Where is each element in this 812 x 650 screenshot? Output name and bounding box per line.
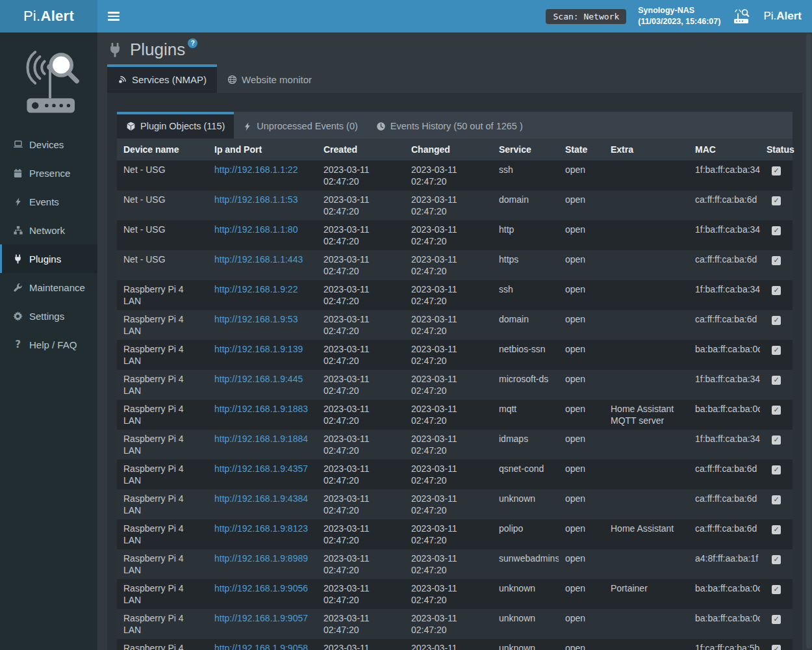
- tab-website-monitor[interactable]: Website monitor: [217, 64, 322, 93]
- status-checkbox[interactable]: ✓: [772, 615, 781, 624]
- ip-port-link[interactable]: http://192.168.1.9:8989: [214, 553, 308, 564]
- sidebar-item-events[interactable]: Events: [0, 187, 97, 216]
- host-info: Synology-NAS (11/03/2023, 15:46:07): [638, 5, 720, 28]
- cell-ip-port: http://192.168.1.9:139: [208, 340, 317, 370]
- table-row: Raspberry Pi 4 LANhttp://192.168.1.9:222…: [117, 280, 793, 310]
- laptop-icon: [12, 139, 23, 150]
- sidebar-item-help-faq[interactable]: ?Help / FAQ: [0, 330, 97, 359]
- ip-port-link[interactable]: http://192.168.1.9:53: [214, 314, 298, 324]
- cell-ip-port: http://192.168.1.1:53: [208, 190, 317, 220]
- status-checkbox[interactable]: ✓: [772, 196, 781, 205]
- ip-port-link[interactable]: http://192.168.1.1:443: [214, 254, 303, 265]
- ip-port-link[interactable]: http://192.168.1.9:8123: [214, 523, 308, 534]
- cell-service: https: [492, 250, 559, 280]
- sidebar-toggle-button[interactable]: [108, 9, 120, 23]
- cell-mac: ca:ff:ff:ca:ba:6d: [689, 190, 760, 220]
- cell-changed: 2023-03-11 02:47:20: [405, 609, 492, 639]
- status-checkbox[interactable]: ✓: [772, 465, 781, 474]
- sidebar-menu: DevicesPresenceEventsNetworkPluginsMaint…: [0, 130, 97, 359]
- cell-status: ✓: [760, 370, 793, 400]
- subtab-plugin-objects[interactable]: Plugin Objects (115): [117, 112, 234, 138]
- wrench-icon: [12, 283, 23, 292]
- brand-suffix: Alert: [40, 8, 74, 25]
- cell-ip-port: http://192.168.1.9:4357: [208, 460, 317, 489]
- ip-port-link[interactable]: http://192.168.1.9:139: [214, 344, 303, 354]
- cell-changed: 2023-03-11 02:47:20: [405, 161, 492, 190]
- cell-state: open: [559, 190, 604, 220]
- cell-ip-port: http://192.168.1.1:443: [208, 250, 317, 280]
- scrollbar[interactable]: [806, 34, 811, 649]
- status-checkbox[interactable]: ✓: [772, 406, 781, 415]
- ip-port-link[interactable]: http://192.168.1.9:4357: [214, 463, 308, 474]
- tab-services-nmap[interactable]: Services (NMAP): [107, 64, 217, 93]
- status-checkbox[interactable]: ✓: [772, 226, 781, 235]
- table-row: Net - USGhttp://192.168.1.1:532023-03-11…: [117, 190, 793, 220]
- column-header-device-name[interactable]: Device name: [117, 138, 208, 161]
- sidebar-item-network[interactable]: Network: [0, 216, 97, 244]
- sitemap-icon: [12, 226, 23, 235]
- column-header-created[interactable]: Created: [317, 138, 405, 161]
- sidebar-item-label: Settings: [29, 311, 64, 322]
- status-checkbox[interactable]: ✓: [772, 286, 781, 295]
- cell-created: 2023-03-11 02:47:20: [317, 280, 405, 310]
- table-row: Raspberry Pi 4 LANhttp://192.168.1.9:905…: [117, 579, 793, 609]
- cell-state: open: [559, 430, 604, 460]
- sidebar-item-settings[interactable]: Settings: [0, 302, 97, 330]
- subtab-unprocessed-events[interactable]: Unprocessed Events (0): [234, 112, 367, 138]
- sidebar-item-devices[interactable]: Devices: [0, 130, 97, 159]
- ip-port-link[interactable]: http://192.168.1.9:4384: [214, 493, 308, 504]
- column-header-changed[interactable]: Changed: [405, 138, 492, 161]
- table-row: Raspberry Pi 4 LANhttp://192.168.1.9:188…: [117, 400, 793, 430]
- help-badge[interactable]: ?: [188, 38, 197, 48]
- ip-port-link[interactable]: http://192.168.1.1:80: [214, 224, 298, 235]
- column-header-service[interactable]: Service: [492, 138, 559, 161]
- cell-service: unknown: [492, 639, 559, 650]
- sidebar-item-plugins[interactable]: Plugins: [0, 244, 97, 273]
- ip-port-link[interactable]: http://192.168.1.9:9058: [214, 643, 308, 650]
- ip-port-link[interactable]: http://192.168.1.9:9056: [214, 583, 308, 593]
- cell-created: 2023-03-11 02:47:20: [317, 430, 405, 460]
- subtab-events-history[interactable]: Events History (50 out of 1265 ): [367, 112, 532, 138]
- cell-extra: [604, 549, 689, 579]
- ip-port-link[interactable]: http://192.168.1.1:53: [214, 194, 298, 205]
- status-checkbox[interactable]: ✓: [772, 166, 781, 176]
- ip-port-link[interactable]: http://192.168.1.9:445: [214, 374, 303, 384]
- ip-port-link[interactable]: http://192.168.1.9:1883: [214, 404, 308, 414]
- cell-device-name: Raspberry Pi 4 LAN: [117, 489, 208, 519]
- status-checkbox[interactable]: ✓: [772, 256, 781, 265]
- cell-device-name: Raspberry Pi 4 LAN: [117, 430, 208, 460]
- status-checkbox[interactable]: ✓: [772, 346, 781, 355]
- status-checkbox[interactable]: ✓: [772, 376, 781, 385]
- cell-mac: ca:ff:ff:ca:ba:6d: [689, 250, 760, 280]
- table-row: Raspberry Pi 4 LANhttp://192.168.1.9:812…: [117, 519, 793, 549]
- plugin-objects-table: Device nameIp and PortCreatedChangedServ…: [117, 138, 793, 650]
- ip-port-link[interactable]: http://192.168.1.9:1884: [214, 434, 308, 444]
- sidebar-item-label: Presence: [29, 168, 70, 179]
- status-checkbox[interactable]: ✓: [772, 645, 781, 650]
- cell-changed: 2023-03-11 02:47:20: [405, 280, 492, 310]
- column-header-mac[interactable]: MAC: [689, 138, 760, 161]
- ip-port-link[interactable]: http://192.168.1.9:9057: [214, 613, 308, 623]
- status-checkbox[interactable]: ✓: [772, 585, 781, 594]
- sidebar-item-presence[interactable]: Presence: [0, 159, 97, 187]
- cell-created: 2023-03-11 02:47:20: [317, 549, 405, 579]
- sidebar-item-maintenance[interactable]: Maintenance: [0, 273, 97, 302]
- ip-port-link[interactable]: http://192.168.1.9:22: [214, 284, 298, 294]
- column-header-extra[interactable]: Extra: [604, 138, 689, 161]
- ip-port-link[interactable]: http://192.168.1.1:22: [214, 164, 298, 175]
- status-checkbox[interactable]: ✓: [772, 436, 781, 445]
- status-checkbox[interactable]: ✓: [772, 316, 781, 325]
- cell-mac: ba:ba:ff:ca:ba:0c: [689, 400, 760, 430]
- cell-mac: ca:ff:ff:ca:ba:6d: [689, 519, 760, 549]
- status-checkbox[interactable]: ✓: [772, 525, 781, 534]
- cell-created: 2023-03-11 02:47:20: [317, 370, 405, 400]
- status-checkbox[interactable]: ✓: [772, 555, 781, 564]
- cell-device-name: Raspberry Pi 4 LAN: [117, 519, 208, 549]
- cell-state: open: [559, 489, 604, 519]
- column-header-status[interactable]: Status: [760, 138, 793, 161]
- column-header-ip-and-port[interactable]: Ip and Port: [208, 138, 317, 161]
- app-brand: Pi.Alert: [0, 0, 97, 32]
- status-checkbox[interactable]: ✓: [772, 495, 781, 504]
- cell-service: microsoft-ds: [492, 370, 559, 400]
- column-header-state[interactable]: State: [559, 138, 604, 161]
